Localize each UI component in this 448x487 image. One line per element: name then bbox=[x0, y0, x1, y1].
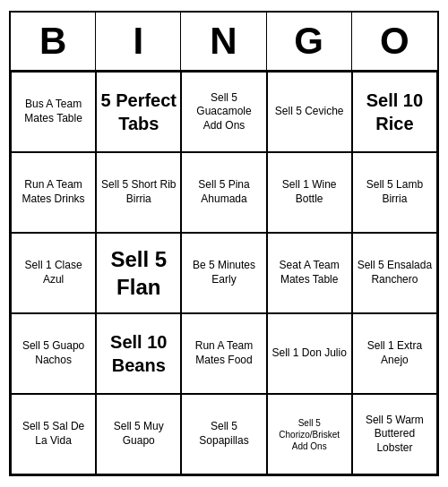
bingo-cell-16: Sell 10 Beans bbox=[96, 313, 181, 394]
bingo-cell-19: Sell 1 Extra Anejo bbox=[352, 313, 437, 394]
bingo-cell-1: 5 Perfect Tabs bbox=[96, 72, 181, 152]
bingo-cell-5: Run A Team Mates Drinks bbox=[11, 152, 96, 233]
bingo-cell-10: Sell 1 Clase Azul bbox=[11, 233, 96, 313]
header-letter-i: I bbox=[96, 13, 181, 70]
bingo-cell-14: Sell 5 Ensalada Ranchero bbox=[352, 233, 437, 313]
bingo-cell-7: Sell 5 Pina Ahumada bbox=[181, 152, 266, 233]
bingo-cell-18: Sell 1 Don Julio bbox=[267, 313, 352, 394]
bingo-cell-23: Sell 5 Chorizo/Brisket Add Ons bbox=[267, 394, 352, 474]
bingo-cell-22: Sell 5 Sopapillas bbox=[181, 394, 266, 474]
bingo-cell-24: Sell 5 Warm Buttered Lobster bbox=[352, 394, 437, 474]
bingo-header: BINGO bbox=[11, 13, 437, 72]
bingo-cell-0: Bus A Team Mates Table bbox=[11, 72, 96, 152]
header-letter-o: O bbox=[352, 13, 437, 70]
bingo-cell-9: Sell 5 Lamb Birria bbox=[352, 152, 437, 233]
bingo-cell-13: Seat A Team Mates Table bbox=[267, 233, 352, 313]
bingo-cell-20: Sell 5 Sal De La Vida bbox=[11, 394, 96, 474]
bingo-cell-12: Be 5 Minutes Early bbox=[181, 233, 266, 313]
bingo-grid: Bus A Team Mates Table5 Perfect TabsSell… bbox=[11, 72, 437, 474]
bingo-cell-4: Sell 10 Rice bbox=[352, 72, 437, 152]
bingo-cell-8: Sell 1 Wine Bottle bbox=[267, 152, 352, 233]
bingo-cell-6: Sell 5 Short Rib Birria bbox=[96, 152, 181, 233]
bingo-cell-11: Sell 5 Flan bbox=[96, 233, 181, 313]
bingo-cell-15: Sell 5 Guapo Nachos bbox=[11, 313, 96, 394]
bingo-cell-21: Sell 5 Muy Guapo bbox=[96, 394, 181, 474]
header-letter-g: G bbox=[267, 13, 352, 70]
bingo-cell-17: Run A Team Mates Food bbox=[181, 313, 266, 394]
header-letter-n: N bbox=[181, 13, 266, 70]
bingo-cell-3: Sell 5 Ceviche bbox=[267, 72, 352, 152]
bingo-cell-2: Sell 5 Guacamole Add Ons bbox=[181, 72, 266, 152]
header-letter-b: B bbox=[11, 13, 96, 70]
bingo-card: BINGO Bus A Team Mates Table5 Perfect Ta… bbox=[9, 11, 439, 476]
